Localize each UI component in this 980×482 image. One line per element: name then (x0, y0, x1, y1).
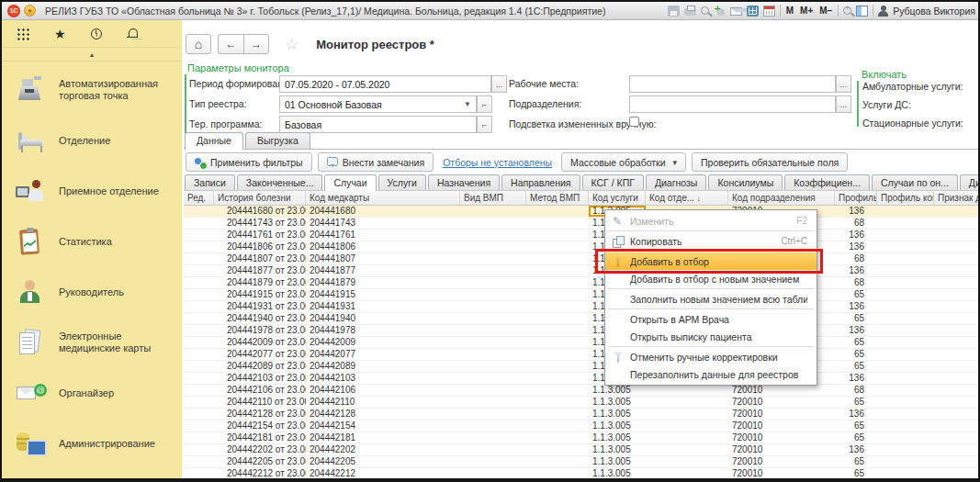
memory-m-button[interactable]: М (785, 6, 794, 16)
subtab[interactable]: Назначения (428, 174, 500, 191)
column-header[interactable]: Код медкарты (306, 191, 460, 205)
sidebar-item[interactable]: Автоматизированная торговая точка (7, 69, 176, 111)
mass-operations-button[interactable]: Массовые обработки (561, 152, 686, 172)
send-icon[interactable] (730, 7, 742, 16)
table-row[interactable]: 204442009 от 23.06... 204442009 1.1.3.00… (184, 337, 978, 349)
sidebar-item[interactable]: Электронные медицинские карты (7, 321, 176, 364)
subtab[interactable]: Случаи (324, 174, 376, 191)
registry-type-open-button[interactable]: ⌐ (477, 95, 492, 113)
sidebar-item[interactable]: Отделение (7, 119, 176, 162)
context-menu-item[interactable]: Открыть в АРМ Врача (605, 310, 817, 328)
subtab[interactable]: Законченные... (237, 174, 323, 191)
column-header[interactable]: Признак д... (934, 191, 978, 205)
table-row[interactable]: 204441807 от 23.06... 204441807 1.1.3.00… (184, 253, 978, 265)
table-row[interactable]: 204442128 от 23.06... 204442128 1.1.3.00… (184, 409, 978, 420)
column-header[interactable]: Ред. (184, 191, 214, 205)
check-required-button[interactable]: Проверить обязательные поля (692, 152, 848, 172)
memory-mminus-button[interactable]: М– (818, 6, 833, 16)
favorites-icon[interactable] (54, 27, 66, 41)
forward-button[interactable] (243, 34, 269, 54)
table-row[interactable]: 204442212 от 23.06... 204442212 1.1.3.00… (184, 468, 978, 478)
sidebar-item[interactable]: Статистика (7, 220, 176, 263)
subtab[interactable]: Диагнозы (646, 174, 707, 191)
table-row[interactable]: 204442089 от 23.06... 204442089 1.1.3.00… (184, 361, 978, 373)
sidebar-item[interactable]: Регламентированная отчетность (7, 473, 176, 478)
sidebar-item[interactable]: Администрирование (7, 422, 176, 465)
favorite-star-icon[interactable] (285, 35, 299, 54)
memory-mplus-button[interactable]: М+ (799, 6, 814, 16)
main-menu-chevron-icon[interactable] (24, 5, 36, 17)
table-row[interactable]: 204442106 от 23.06... 204442106 1.1.3.00… (184, 385, 978, 397)
sidebar-item[interactable]: Приемное отделение (7, 170, 176, 212)
column-header[interactable]: Профиль (835, 191, 877, 205)
print-preview-icon[interactable] (701, 6, 709, 15)
history-icon[interactable] (91, 28, 102, 39)
apply-filters-button[interactable]: Применить фильтры (186, 152, 312, 172)
column-header[interactable]: История болезни (214, 191, 306, 205)
period-more-button[interactable]: ... (491, 75, 507, 93)
dropdown-arrow-icon[interactable]: ▼ (464, 100, 471, 108)
sidebar-collapse-arrow[interactable] (2, 48, 182, 62)
table-row[interactable]: 204441806 от 23.06... 204441806 1.1.3.00… (184, 241, 978, 253)
context-menu-item[interactable]: Добавить в отбор с новым значением (605, 270, 817, 287)
column-header[interactable]: Код отде... (646, 191, 728, 205)
panels-icon[interactable] (856, 6, 868, 17)
home-button[interactable] (186, 34, 211, 54)
calculator-icon[interactable] (747, 6, 759, 17)
calendar-icon[interactable] (763, 6, 775, 17)
workplaces-input[interactable] (629, 75, 836, 93)
table-row[interactable]: 204441877 от 23.06... 204441877 1.1.3.00… (184, 265, 978, 277)
table-row[interactable]: 204442077 от 23.06... 204442077 1.1.3.00… (184, 349, 978, 361)
table-row[interactable]: 204441879 от 23.06... 204441879 1.1.3.00… (184, 277, 978, 289)
table-row[interactable]: 204442181 от 23.06... 204442181 1.1.3.00… (184, 432, 978, 444)
column-header[interactable]: Код услуги (589, 191, 646, 205)
table-row[interactable]: 204441680 от 23.06... 204441680 1.1.3.00… (184, 206, 978, 218)
subtab[interactable]: Записи (185, 174, 235, 191)
ter-program-open-button[interactable]: ⌐ (477, 116, 492, 133)
add-icon[interactable] (714, 6, 726, 17)
subtab[interactable]: Диагностиче... (960, 174, 978, 191)
table-row[interactable]: 204442103 от 23.06... 204442103 1.1.3.00… (184, 373, 978, 385)
context-menu-item[interactable]: Изменить F2 (605, 212, 817, 230)
save-icon[interactable] (668, 6, 680, 17)
column-header[interactable]: Метод ВМП (526, 191, 589, 205)
table-row[interactable]: 204442110 от 23.06... 204442110 1.1.3.00… (184, 397, 978, 409)
notifications-icon[interactable] (127, 28, 138, 39)
context-menu-item[interactable]: Копировать Ctrl+C (605, 232, 817, 250)
table-row[interactable]: 204441978 от 23.06... 204441978 1.1.3.00… (184, 325, 978, 337)
table-row[interactable]: 204442154 от 23.06... 204442154 1.1.3.00… (184, 420, 978, 432)
table-row[interactable]: 204441915 от 23.06... 204441915 1.1.3.00… (184, 289, 978, 301)
table-row[interactable]: 204441743 от 23.06... 204441743 1.1.3.00… (184, 218, 978, 230)
subtab[interactable]: Консилиумы (708, 174, 783, 191)
workplaces-more-button[interactable]: ... (836, 75, 851, 93)
departments-input[interactable] (629, 95, 836, 113)
subtab[interactable]: Коэффициен... (784, 174, 870, 191)
registry-type-input[interactable]: 01 Основной Базовая▼ (279, 95, 477, 113)
highlight-changed-checkbox[interactable] (629, 117, 639, 127)
column-header[interactable]: Код подразделения (728, 191, 835, 205)
departments-more-button[interactable]: ... (836, 95, 851, 113)
table-row[interactable]: 204442205 от 23.06... 204442205 1.1.3.00… (184, 456, 978, 468)
subtab[interactable]: КСГ / КПГ (582, 174, 644, 191)
sections-menu-icon[interactable] (17, 28, 29, 40)
table-row[interactable]: 204441940 от 23.06... 204441940 1.1.3.00… (184, 313, 978, 325)
context-menu-item[interactable]: Добавить в отбор (605, 252, 817, 270)
back-button[interactable] (218, 34, 243, 54)
subtab[interactable]: Направления (501, 174, 580, 191)
sidebar-item[interactable]: Руководитель (7, 271, 176, 313)
print-icon[interactable] (684, 8, 696, 16)
sidebar-item[interactable]: Органайзер (7, 372, 176, 414)
table-row[interactable]: 204441931 от 23.06... 204441931 1.1.3.00… (184, 301, 978, 313)
period-input[interactable]: 07.05.2020 - 07.05.2020 (279, 75, 491, 93)
context-menu-item[interactable]: Заполнить новым значением всю таблицу (605, 290, 817, 308)
filters-not-set-link[interactable]: Отборы не установлены (439, 157, 556, 168)
table-row[interactable]: 204442202 от 23.06... 204442202 1.1.3.00… (184, 444, 978, 456)
column-header[interactable]: Вид ВМП (460, 191, 526, 205)
tab-data[interactable]: Данные (185, 132, 243, 150)
table-row[interactable]: 204441761 от 23.06... 204441761 1.1.3.00… (184, 230, 978, 241)
context-menu-item[interactable]: Открыть выписку пациента (605, 328, 817, 345)
column-header[interactable]: Профиль койки (877, 191, 934, 205)
subtab[interactable]: Случаи по он... (872, 174, 958, 191)
subtab[interactable]: Услуги (378, 174, 426, 191)
tab-upload[interactable]: Выгрузка (245, 132, 310, 149)
